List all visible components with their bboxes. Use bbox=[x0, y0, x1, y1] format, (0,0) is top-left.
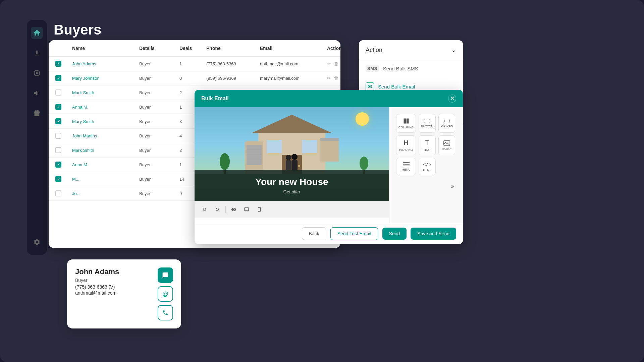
row-checkbox-10[interactable] bbox=[55, 190, 61, 196]
row-details-9: Buyer bbox=[139, 177, 179, 182]
save-and-send-button[interactable]: Save and Send bbox=[411, 228, 456, 240]
row-name-3[interactable]: Mark Smith bbox=[72, 90, 139, 95]
tool-menu[interactable]: MENU bbox=[396, 158, 416, 175]
sidebar-item-download[interactable] bbox=[31, 47, 43, 59]
sidebar bbox=[27, 20, 47, 255]
col-name: Name bbox=[72, 46, 139, 51]
sidebar-item-settings[interactable] bbox=[31, 236, 43, 248]
tab-content[interactable]: Content bbox=[462, 107, 463, 125]
house-image: Your new House Get offer bbox=[195, 107, 389, 201]
contact-email: anthmail@mail.com bbox=[75, 290, 152, 296]
tool-button[interactable]: BUTTON bbox=[419, 114, 436, 133]
tool-image[interactable]: IMAGE bbox=[438, 135, 455, 155]
action-title: Action bbox=[366, 47, 382, 54]
send-button[interactable]: Send bbox=[382, 228, 407, 240]
delete-icon-2[interactable]: 🗑 bbox=[334, 75, 338, 81]
row-actions-1: ✏ 🗑 bbox=[327, 61, 340, 66]
contact-name: John Adams bbox=[75, 267, 152, 276]
contact-role: Buyer bbox=[75, 278, 152, 283]
row-name-4[interactable]: Anna M. bbox=[72, 105, 139, 110]
modal-footer: Back Send Test Email Send Save and Send bbox=[195, 223, 463, 244]
svg-point-19 bbox=[286, 155, 291, 160]
svg-rect-14 bbox=[320, 138, 339, 141]
desktop-view-button[interactable] bbox=[242, 205, 251, 214]
email-label: Send Bulk Email bbox=[378, 84, 415, 89]
expand-button[interactable]: » bbox=[448, 181, 457, 192]
svg-point-21 bbox=[291, 154, 298, 160]
tool-heading-label: HEADING bbox=[399, 148, 413, 152]
row-checkbox-8[interactable] bbox=[55, 162, 61, 168]
tools-grid: COLUMNS BUTTON bbox=[392, 110, 459, 179]
row-checkbox-5[interactable] bbox=[55, 118, 61, 124]
heading-icon: H bbox=[404, 139, 408, 147]
row-details-8: Buyer bbox=[139, 162, 179, 167]
call-action-button[interactable] bbox=[158, 305, 173, 320]
row-checkbox-1[interactable] bbox=[55, 61, 61, 67]
tab-blocks[interactable]: Blocks bbox=[462, 125, 463, 142]
house-title-text: Your new House bbox=[201, 177, 382, 187]
row-name-9[interactable]: M... bbox=[72, 177, 139, 182]
row-name-10[interactable]: Jo... bbox=[72, 191, 139, 196]
sidebar-item-gift[interactable] bbox=[31, 107, 43, 119]
col-action: Action bbox=[327, 46, 340, 51]
col-deals: Deals bbox=[179, 46, 206, 51]
sms-icon: SMS bbox=[366, 65, 379, 72]
edit-icon-1[interactable]: ✏ bbox=[327, 61, 331, 66]
modal-header: Bulk Email ✕ bbox=[195, 90, 463, 107]
tool-divider[interactable]: DIVIDER bbox=[438, 114, 455, 133]
tool-text[interactable]: T TEXT bbox=[419, 135, 436, 155]
row-deals-2: 0 bbox=[179, 76, 206, 81]
action-header[interactable]: Action ⌄ bbox=[359, 40, 463, 60]
send-test-email-button[interactable]: Send Test Email bbox=[330, 227, 378, 240]
svg-rect-23 bbox=[424, 119, 430, 123]
tab-body[interactable]: Body bbox=[462, 142, 463, 159]
divider-icon bbox=[443, 119, 450, 123]
row-details-7: Buyer bbox=[139, 148, 179, 153]
sidebar-item-megaphone[interactable] bbox=[31, 87, 43, 99]
chat-action-button[interactable] bbox=[158, 267, 173, 283]
row-name-2[interactable]: Mary Johnson bbox=[72, 76, 139, 81]
tool-columns[interactable]: COLUMNS bbox=[396, 114, 416, 133]
row-name-7[interactable]: Mark Smith bbox=[72, 148, 139, 153]
sidebar-item-home[interactable] bbox=[31, 27, 43, 39]
row-phone-1: (775) 363-6363 bbox=[206, 61, 260, 66]
action-dropdown: Action ⌄ SMS Send Bulk SMS ✉ Send Bulk E… bbox=[359, 40, 463, 96]
expand-area: » bbox=[392, 179, 459, 193]
edit-icon-2[interactable]: ✏ bbox=[327, 75, 331, 81]
delete-icon-1[interactable]: 🗑 bbox=[334, 61, 338, 66]
row-checkbox-3[interactable] bbox=[55, 89, 61, 96]
tool-divider-label: DIVIDER bbox=[441, 124, 453, 127]
redo-button[interactable]: ↻ bbox=[213, 205, 222, 214]
tool-heading[interactable]: H HEADING bbox=[396, 135, 416, 155]
chat-icon bbox=[162, 272, 169, 279]
row-checkbox-4[interactable] bbox=[55, 104, 61, 110]
sidebar-item-circle[interactable] bbox=[31, 67, 43, 79]
page-title: Buyers bbox=[54, 22, 101, 38]
row-name-8[interactable]: Anna M. bbox=[72, 162, 139, 167]
contact-phone: (775) 363-6363 (V) bbox=[75, 284, 152, 290]
row-name-1[interactable]: John Adams bbox=[72, 61, 139, 66]
back-button[interactable]: Back bbox=[302, 227, 326, 240]
email-action-button[interactable]: @ bbox=[158, 286, 173, 302]
row-name-5[interactable]: Mary Smith bbox=[72, 119, 139, 124]
svg-point-16 bbox=[220, 153, 230, 170]
row-details-3: Buyer bbox=[139, 90, 179, 95]
tool-html[interactable]: </> HTML bbox=[419, 158, 436, 175]
row-checkbox-9[interactable] bbox=[55, 176, 61, 182]
row-checkbox-2[interactable] bbox=[55, 75, 61, 81]
modal-close-button[interactable]: ✕ bbox=[448, 95, 456, 103]
col-details: Details bbox=[139, 46, 179, 51]
preview-button[interactable] bbox=[229, 205, 238, 214]
text-icon: T bbox=[425, 139, 429, 147]
mobile-view-button[interactable] bbox=[255, 205, 264, 214]
row-name-6[interactable]: John Martins bbox=[72, 133, 139, 138]
svg-rect-25 bbox=[444, 120, 445, 122]
image-icon bbox=[443, 140, 450, 146]
col-email: Email bbox=[260, 46, 327, 51]
send-bulk-sms-item[interactable]: SMS Send Bulk SMS bbox=[359, 60, 463, 77]
html-icon: </> bbox=[423, 162, 431, 167]
undo-button[interactable]: ↺ bbox=[200, 205, 209, 214]
tool-menu-label: MENU bbox=[401, 168, 411, 171]
row-checkbox-7[interactable] bbox=[55, 147, 61, 153]
row-checkbox-6[interactable] bbox=[55, 133, 61, 139]
